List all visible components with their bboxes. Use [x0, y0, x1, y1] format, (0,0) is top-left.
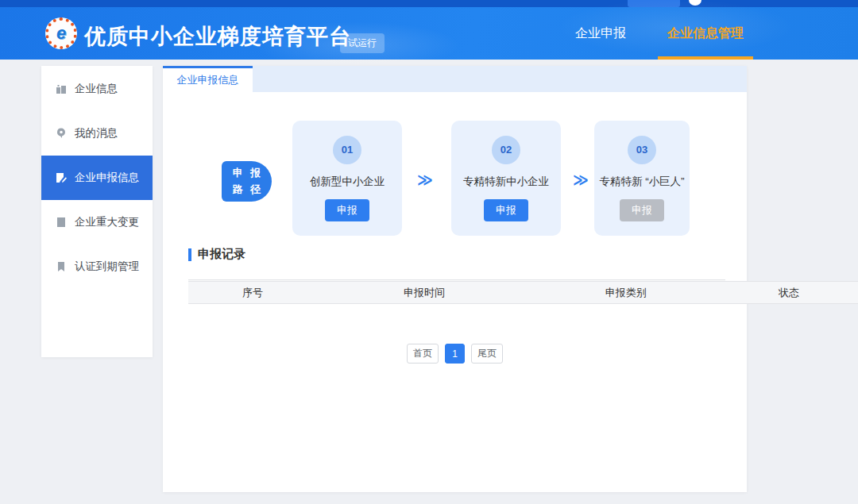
table-header-row: 序号 申报时间 申报类别 状态 操作 — [188, 281, 858, 304]
apply-button-step1[interactable]: 申报 — [325, 199, 369, 221]
nav-item-enterprise-declare[interactable]: 企业申报 — [572, 7, 629, 60]
bookmark-icon — [55, 260, 68, 273]
page-1-button[interactable]: 1 — [445, 344, 465, 364]
chevron-right-icon: ≫ — [573, 171, 589, 189]
step-number-badge: 01 — [333, 136, 361, 164]
tab-declaration-info[interactable]: 企业申报信息 — [163, 66, 253, 92]
first-page-button[interactable]: 首页 — [407, 344, 439, 364]
path-label-line1: 申 报 — [230, 165, 264, 181]
records-title-text: 申报记录 — [198, 247, 245, 262]
chevron-right-icon: ≫ — [417, 171, 433, 189]
nav-item-enterprise-info-mgmt[interactable]: 企业信息管理 — [664, 7, 747, 60]
sidebar-item-major-changes[interactable]: 企业重大变更 — [41, 200, 153, 244]
step-title: 专精特新中小企业 — [463, 175, 549, 189]
title-accent-bar — [188, 248, 191, 261]
document-edit-icon — [55, 171, 68, 184]
pagination: 首页 1 尾页 — [163, 344, 747, 364]
sidebar-item-certification-expiry[interactable]: 认证到期管理 — [41, 244, 153, 289]
apply-button-step3-disabled[interactable]: 申报 — [620, 199, 664, 221]
header-nav: 企业申报 企业信息管理 — [572, 7, 747, 60]
step-card-little-giant: 03 专精特新 “小巨人” 申报 — [594, 121, 690, 236]
path-label-line2: 路 径 — [230, 182, 264, 198]
sidebar-item-declaration-info[interactable]: 企业申报信息 — [41, 156, 153, 200]
sidebar-item-label: 企业重大变更 — [75, 215, 139, 229]
app-header: e 优质中小企业梯度培育平台 试运行 企业申报 企业信息管理 — [0, 7, 858, 60]
sidebar: 企业信息 我的消息 企业申报信息 企业重大变更 认证到期管理 — [41, 66, 153, 357]
step-card-innovative-sme: 01 创新型中小企业 申报 — [292, 121, 402, 236]
trial-run-badge: 试运行 — [340, 33, 385, 53]
col-header-index: 序号 — [188, 286, 317, 300]
step-number-badge: 03 — [628, 136, 656, 164]
tab-strip: 企业申报信息 — [163, 66, 747, 92]
col-header-category: 申报类别 — [531, 286, 721, 300]
sidebar-item-company-info[interactable]: 企业信息 — [41, 67, 153, 111]
sidebar-item-label: 我的消息 — [75, 126, 118, 140]
step-title: 创新型中小企业 — [310, 175, 385, 189]
platform-logo-icon: e — [45, 17, 77, 49]
apply-button-step2[interactable]: 申报 — [484, 199, 528, 221]
col-header-time: 申报时间 — [317, 286, 531, 300]
step-title: 专精特新 “小巨人” — [599, 175, 684, 189]
sidebar-item-label: 企业申报信息 — [75, 171, 139, 185]
step-number-badge: 02 — [492, 136, 520, 164]
sidebar-item-my-messages[interactable]: 我的消息 — [41, 111, 153, 156]
logo-letter: e — [56, 25, 66, 42]
records-table: 序号 申报时间 申报类别 状态 操作 1 2022-10-20 10:10:23… — [188, 274, 725, 304]
main-panel: 企业申报信息 申 报 路 径 01 创新型中小企业 申报 ≫ 02 专精特新中小… — [163, 66, 747, 492]
sidebar-item-label: 企业信息 — [75, 82, 118, 96]
message-pin-icon — [55, 127, 68, 140]
col-header-status: 状态 — [721, 286, 858, 300]
records-section-title: 申报记录 — [188, 247, 245, 262]
building-icon — [55, 83, 68, 95]
sidebar-item-label: 认证到期管理 — [75, 260, 139, 274]
last-page-button[interactable]: 尾页 — [471, 344, 503, 364]
step-card-specialized-sme: 02 专精特新中小企业 申报 — [451, 121, 561, 236]
page-title: 优质中小企业梯度培育平台 — [84, 22, 351, 51]
declaration-path-label: 申 报 路 径 — [222, 161, 272, 202]
document-icon — [55, 216, 68, 229]
